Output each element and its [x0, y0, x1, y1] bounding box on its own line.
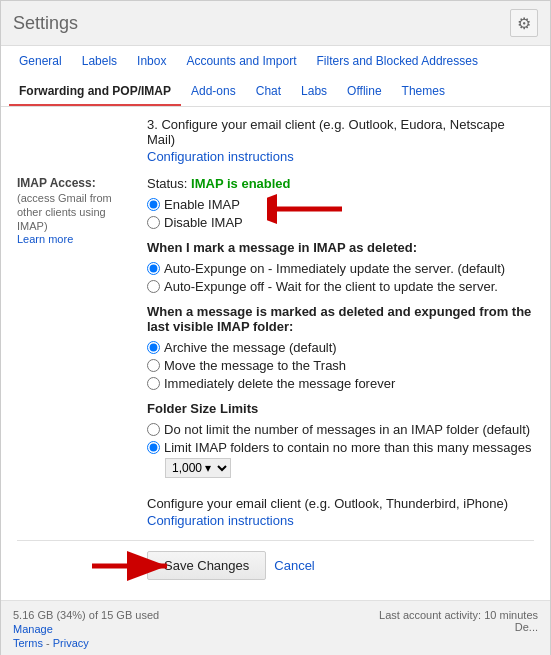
folder-size-select[interactable]: 1,000 ▾ 2,000 5,000 10,000 — [165, 458, 231, 478]
delete-forever-radio[interactable] — [147, 377, 160, 390]
expunged-section-header: When a message is marked as deleted and … — [147, 304, 534, 334]
disable-imap-radio[interactable] — [147, 216, 160, 229]
delete-forever-label: Immediately delete the message forever — [164, 376, 395, 391]
limit-label: Limit IMAP folders to contain no more th… — [164, 440, 532, 455]
auto-expunge-off-radio[interactable] — [147, 280, 160, 293]
status-value: IMAP is enabled — [191, 176, 290, 191]
enable-imap-radio[interactable] — [147, 198, 160, 211]
auto-expunge-on-label: Auto-Expunge on - Immediately update the… — [164, 261, 505, 276]
auto-expunge-off-row: Auto-Expunge off - Wait for the client t… — [147, 279, 534, 294]
imap-sub1: (access Gmail from — [17, 192, 139, 204]
tab-general[interactable]: General — [9, 46, 72, 76]
enable-imap-label: Enable IMAP — [164, 197, 240, 212]
save-row: Save Changes Cancel — [17, 541, 534, 590]
auto-expunge-off-label: Auto-Expunge off - Wait for the client t… — [164, 279, 498, 294]
archive-row: Archive the message (default) — [147, 340, 534, 355]
limit-row: Limit IMAP folders to contain no more th… — [147, 440, 534, 455]
enable-imap-row: Enable IMAP — [147, 197, 534, 212]
footer: 5.16 GB (34%) of 15 GB used Manage Terms… — [1, 600, 550, 655]
no-limit-radio[interactable] — [147, 423, 160, 436]
imap-left-col: IMAP Access: (access Gmail from other cl… — [17, 176, 147, 532]
tab-labs[interactable]: Labs — [291, 76, 337, 106]
terms-link[interactable]: Terms — [13, 637, 43, 649]
folder-size-header: Folder Size Limits — [147, 401, 534, 416]
trash-row: Move the message to the Trash — [147, 358, 534, 373]
tab-inbox[interactable]: Inbox — [127, 46, 176, 76]
footer-links: Terms - Privacy — [13, 637, 159, 649]
tab-forwarding-pop-imap[interactable]: Forwarding and POP/IMAP — [9, 76, 181, 106]
delete-forever-row: Immediately delete the message forever — [147, 376, 534, 391]
gear-icon: ⚙ — [517, 14, 531, 33]
trash-label: Move the message to the Trash — [164, 358, 346, 373]
trash-radio[interactable] — [147, 359, 160, 372]
config-instructions-link-top[interactable]: Configuration instructions — [147, 149, 294, 164]
archive-label: Archive the message (default) — [164, 340, 337, 355]
footer-left: 5.16 GB (34%) of 15 GB used Manage Terms… — [13, 609, 159, 649]
privacy-link[interactable]: Privacy — [53, 637, 89, 649]
configure-bottom-section: Configure your email client (e.g. Outloo… — [147, 488, 534, 532]
details-link: De... — [379, 621, 538, 633]
learn-more-link[interactable]: Learn more — [17, 233, 73, 245]
limit-radio[interactable] — [147, 441, 160, 454]
footer-right: Last account activity: 10 minutes De... — [379, 609, 538, 633]
cancel-button[interactable]: Cancel — [274, 558, 314, 573]
imap-sub2: other clients using — [17, 206, 139, 218]
archive-radio[interactable] — [147, 341, 160, 354]
tab-filters[interactable]: Filters and Blocked Addresses — [307, 46, 488, 76]
deleted-section-header: When I mark a message in IMAP as deleted… — [147, 240, 534, 255]
settings-gear-button[interactable]: ⚙ — [510, 9, 538, 37]
content-area: 3. Configure your email client (e.g. Out… — [1, 107, 550, 600]
tab-accounts-import[interactable]: Accounts and Import — [176, 46, 306, 76]
last-activity: Last account activity: 10 minutes — [379, 609, 538, 621]
tab-chat[interactable]: Chat — [246, 76, 291, 106]
imap-right-col: Status: IMAP is enabled Enable IMAP — [147, 176, 534, 532]
configure-bottom-header: Configure your email client (e.g. Outloo… — [147, 496, 534, 511]
imap-access-label: IMAP Access: — [17, 176, 139, 190]
no-limit-label: Do not limit the number of messages in a… — [164, 422, 530, 437]
imap-sub3: IMAP) — [17, 220, 139, 232]
imap-access-row: IMAP Access: (access Gmail from other cl… — [17, 168, 534, 541]
imap-status-line: Status: IMAP is enabled — [147, 176, 534, 191]
config-instructions-link-bottom[interactable]: Configuration instructions — [147, 513, 294, 528]
tab-addons[interactable]: Add-ons — [181, 76, 246, 106]
disable-imap-label: Disable IMAP — [164, 215, 243, 230]
manage-link[interactable]: Manage — [13, 623, 159, 635]
status-label: Status: — [147, 176, 191, 191]
auto-expunge-on-row: Auto-Expunge on - Immediately update the… — [147, 261, 534, 276]
tab-offline[interactable]: Offline — [337, 76, 391, 106]
separator: - — [43, 637, 53, 649]
tab-labels[interactable]: Labels — [72, 46, 127, 76]
disable-imap-row: Disable IMAP — [147, 215, 534, 230]
no-limit-row: Do not limit the number of messages in a… — [147, 422, 534, 437]
auto-expunge-on-radio[interactable] — [147, 262, 160, 275]
tab-themes[interactable]: Themes — [392, 76, 455, 106]
configure-header: 3. Configure your email client (e.g. Out… — [147, 117, 534, 147]
storage-info: 5.16 GB (34%) of 15 GB used — [13, 609, 159, 621]
page-title: Settings — [13, 13, 78, 34]
save-changes-button[interactable]: Save Changes — [147, 551, 266, 580]
nav-tabs: General Labels Inbox Accounts and Import… — [1, 46, 550, 107]
